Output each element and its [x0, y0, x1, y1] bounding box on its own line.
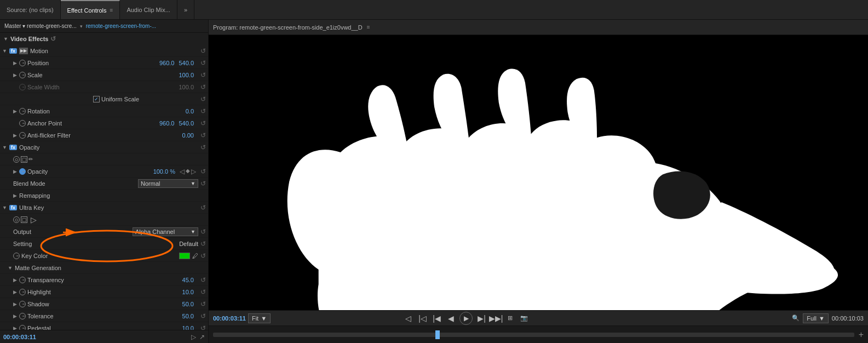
- blend-mode-reset[interactable]: ↺: [200, 180, 206, 187]
- next-frame-btn[interactable]: ▶|: [476, 313, 487, 324]
- opacity-value[interactable]: 100.0 %: [153, 168, 175, 175]
- pedestal-value[interactable]: 10.0: [182, 325, 194, 330]
- anchor-point-stopwatch[interactable]: [19, 120, 26, 127]
- fit-dropdown[interactable]: Fit ▼: [248, 313, 271, 323]
- circle-tool[interactable]: ○: [13, 156, 20, 163]
- uniform-scale-checkbox[interactable]: ✓: [93, 96, 100, 102]
- rotation-reset[interactable]: ↺: [200, 107, 206, 115]
- shadow-reset[interactable]: ↺: [200, 300, 206, 308]
- shadow-value[interactable]: 50.0: [182, 301, 194, 307]
- dropdown-arrow[interactable]: ▾: [80, 24, 83, 29]
- ultra-arrow-right[interactable]: ▷: [31, 215, 37, 224]
- anchor-point-reset[interactable]: ↺: [200, 119, 206, 127]
- timeline-playhead[interactable]: [435, 330, 440, 339]
- footer-export-icon[interactable]: ↗: [199, 333, 205, 341]
- blend-mode-dropdown[interactable]: Normal ▼: [138, 179, 198, 188]
- scale-triangle[interactable]: [13, 72, 17, 78]
- kf-diamond[interactable]: ◆: [186, 168, 190, 175]
- scale-stopwatch[interactable]: [19, 72, 26, 78]
- opacity-reset[interactable]: ↺: [200, 168, 206, 175]
- tab-effect-controls[interactable]: Effect Controls ≡: [61, 0, 120, 19]
- tab-audio-clip-mixer[interactable]: Audio Clip Mix...: [120, 0, 177, 19]
- tolerance-triangle[interactable]: [13, 313, 17, 319]
- setting-reset[interactable]: ↺: [200, 240, 206, 248]
- highlight-triangle[interactable]: [13, 289, 17, 295]
- scale-reset[interactable]: ↺: [200, 71, 206, 79]
- add-button[interactable]: +: [856, 330, 866, 340]
- rotation-value[interactable]: 0.0: [186, 108, 194, 115]
- anti-flicker-triangle[interactable]: [13, 133, 17, 138]
- transparency-triangle[interactable]: [13, 277, 17, 283]
- position-triangle[interactable]: [13, 60, 17, 66]
- play-btn[interactable]: ▶: [459, 312, 473, 325]
- scale-value[interactable]: 100.0: [179, 72, 194, 78]
- highlight-reset[interactable]: ↺: [200, 288, 206, 296]
- position-stopwatch[interactable]: [19, 60, 26, 66]
- key-color-swatch[interactable]: [179, 253, 190, 259]
- anti-flicker-value[interactable]: 0.00: [182, 132, 194, 139]
- transparency-reset[interactable]: ↺: [200, 276, 206, 284]
- rotation-triangle[interactable]: [13, 108, 17, 114]
- opacity-stopwatch[interactable]: [19, 168, 26, 175]
- tab-source[interactable]: Source: (no clips): [0, 0, 61, 19]
- export-frame-btn[interactable]: 📷: [519, 313, 530, 324]
- prev-frame-btn[interactable]: ◀: [445, 313, 456, 324]
- opacity-value-triangle[interactable]: [13, 169, 17, 174]
- anchor-point-y[interactable]: 540.0: [179, 120, 194, 127]
- uniform-scale-reset[interactable]: ↺: [200, 95, 206, 103]
- zoom-icon[interactable]: 🔍: [792, 315, 800, 322]
- eyedropper-tool[interactable]: 🖊: [192, 253, 198, 259]
- pedestal-triangle[interactable]: [13, 325, 17, 330]
- highlight-stopwatch[interactable]: [19, 289, 26, 295]
- clip-link[interactable]: remote-green-screen-from-...: [86, 23, 156, 29]
- tolerance-reset[interactable]: ↺: [200, 312, 206, 320]
- tolerance-value[interactable]: 50.0: [182, 313, 194, 319]
- panel-scroll[interactable]: Video Effects ↺ fx ▶▶ Motion ↺ Position …: [0, 33, 208, 330]
- position-reset[interactable]: ↺: [200, 59, 206, 67]
- marker-in-btn[interactable]: ◁: [403, 313, 413, 324]
- tolerance-stopwatch[interactable]: [19, 313, 26, 319]
- scale-width-value[interactable]: 100.0: [179, 84, 194, 90]
- matte-generation-triangle[interactable]: [8, 265, 13, 271]
- ultra-circle-tool[interactable]: ○: [13, 216, 20, 223]
- key-color-stopwatch[interactable]: [13, 253, 20, 259]
- opacity-section-reset[interactable]: ↺: [200, 144, 206, 151]
- opacity-triangle[interactable]: [2, 145, 7, 150]
- next-keyframe-btn[interactable]: ▶▶|: [490, 313, 501, 324]
- scale-width-reset[interactable]: ↺: [200, 83, 206, 91]
- tab-more[interactable]: »: [177, 0, 194, 19]
- transparency-value[interactable]: 45.0: [182, 277, 194, 283]
- video-effects-reset[interactable]: ↺: [50, 35, 56, 43]
- scale-width-stopwatch[interactable]: [19, 84, 26, 90]
- full-dropdown[interactable]: Full ▼: [803, 313, 829, 323]
- footer-play-icon[interactable]: ▷: [191, 333, 196, 341]
- rotation-stopwatch[interactable]: [19, 108, 26, 115]
- pen-tool[interactable]: ✏: [28, 156, 33, 162]
- tab-effect-controls-menu-icon[interactable]: ≡: [110, 7, 113, 13]
- video-effects-triangle[interactable]: [3, 36, 8, 42]
- anti-flicker-reset[interactable]: ↺: [200, 132, 206, 139]
- markers-btn[interactable]: ⊞: [504, 313, 515, 324]
- shadow-stopwatch[interactable]: [19, 301, 26, 307]
- ultra-key-reset[interactable]: ↺: [200, 204, 206, 211]
- motion-reset[interactable]: ↺: [200, 47, 206, 55]
- highlight-value[interactable]: 10.0: [182, 289, 194, 295]
- position-x[interactable]: 960.0: [159, 60, 175, 66]
- kf-prev[interactable]: ◁: [180, 168, 185, 175]
- pedestal-stopwatch[interactable]: [19, 325, 26, 330]
- anti-flicker-stopwatch[interactable]: [19, 132, 26, 139]
- shadow-triangle[interactable]: [13, 301, 17, 307]
- key-color-reset[interactable]: ↺: [200, 252, 206, 260]
- remapping-triangle[interactable]: [13, 193, 17, 198]
- ultra-key-triangle[interactable]: [2, 205, 7, 210]
- square-tool[interactable]: □: [21, 156, 27, 163]
- position-y[interactable]: 540.0: [179, 60, 194, 66]
- prev-keyframe-btn[interactable]: |◁: [417, 313, 428, 324]
- motion-triangle[interactable]: [2, 48, 7, 54]
- anchor-point-x[interactable]: 960.0: [159, 120, 175, 127]
- transparency-stopwatch[interactable]: [19, 277, 26, 283]
- pedestal-reset[interactable]: ↺: [200, 324, 206, 330]
- output-dropdown[interactable]: Alpha Channel ▼: [133, 227, 198, 236]
- timeline-track[interactable]: [213, 333, 854, 337]
- program-menu-icon[interactable]: ≡: [367, 24, 370, 30]
